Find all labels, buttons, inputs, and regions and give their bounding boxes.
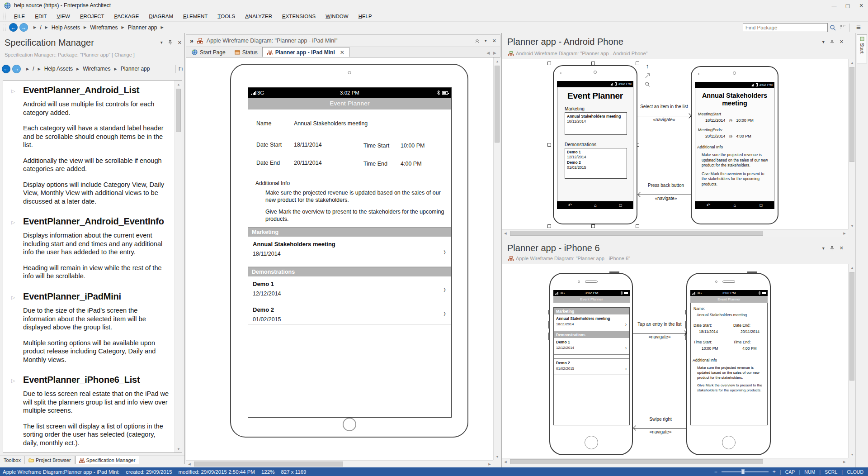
menu-diagram[interactable]: DIAGRAM (144, 12, 178, 20)
menu-tools[interactable]: TOOLS (212, 12, 240, 20)
expand-arrow-icon[interactable]: ▷ (11, 219, 15, 225)
scroll-left-icon[interactable]: ◀ (502, 458, 509, 466)
scroll-right-icon[interactable]: ▶ (486, 461, 493, 468)
diagram-canvas[interactable]: 3G 3:02 PM Event Planner Name Annual Sta… (186, 57, 493, 460)
list-item[interactable]: Demo 2 01/02/2015 › (554, 358, 629, 375)
expand-arrow-icon[interactable]: ▷ (11, 295, 15, 300)
diagram-horizontal-scrollbar[interactable]: ◀ ▶ (186, 460, 493, 467)
list-item[interactable]: Demo 1 12/12/2014 › (554, 338, 629, 355)
connector-label[interactable]: Tap an entry in the list (631, 322, 688, 327)
forward-button[interactable]: → (19, 23, 28, 32)
selection-handle[interactable] (547, 62, 551, 65)
move-up-icon[interactable]: ↑ (646, 62, 649, 70)
scroll-up-icon[interactable]: ▲ (494, 57, 501, 65)
breadcrumb-planner-app[interactable]: Planner app (121, 66, 150, 72)
navigate-connector[interactable] (638, 195, 691, 195)
zoom-icon[interactable] (645, 81, 650, 87)
breadcrumb-planner-app[interactable]: Planner app (128, 24, 157, 31)
zoom-out-icon[interactable]: − (714, 469, 717, 475)
scroll-up-icon[interactable]: ▲ (849, 59, 856, 66)
selection-handle[interactable] (547, 143, 551, 147)
menu-edit[interactable]: EDIT (30, 12, 52, 20)
zoom-slider-knob[interactable] (741, 469, 745, 474)
dock-tab-specification-manager[interactable]: Specification Manager (75, 456, 140, 464)
iphone-info-phone-element[interactable]: 3G 3:02 PM Event Planner Name: Annual St… (686, 273, 771, 455)
back-button[interactable]: ← (9, 23, 18, 32)
close-panel-icon[interactable]: ✕ (840, 246, 844, 251)
selection-handle[interactable] (591, 224, 595, 228)
toggle-cloud[interactable]: CLOUD (847, 469, 863, 475)
menu-file[interactable]: FILE (9, 12, 30, 20)
panel-menu-icon[interactable]: ▾ (822, 40, 825, 44)
connector-label[interactable]: Select an item in the list (636, 104, 693, 109)
pin-icon[interactable] (168, 40, 172, 45)
expand-arrow-icon[interactable]: ▷ (11, 88, 15, 94)
connector-label[interactable]: Swipe right (632, 417, 689, 422)
spec-heading[interactable]: EventPlanner_iPadMini (23, 291, 170, 302)
breadcrumb-root[interactable]: / (33, 66, 34, 72)
close-diagram-icon[interactable]: ✕ (492, 38, 496, 43)
dock-tab-project-browser[interactable]: Project Browser (25, 456, 75, 464)
navigate-connector[interactable] (637, 116, 691, 116)
maximize-button[interactable]: ▢ (841, 0, 854, 11)
iphone-vertical-scrollbar[interactable]: ▲ ▼ (848, 264, 855, 458)
android-info-phone-element[interactable]: 3:02 PM Annual Stakeholders meeting Meet… (691, 66, 778, 224)
android-list-phone-element[interactable]: 3:02 PM Event Planner Marketing Annual S… (553, 65, 637, 224)
toggle-num[interactable]: NUM (804, 469, 815, 475)
spec-find-truncated[interactable]: Fir (175, 65, 183, 73)
menu-window[interactable]: WINDOW (321, 12, 353, 20)
toggle-caps[interactable]: CAP (785, 469, 795, 475)
scroll-down-icon[interactable]: ▼ (849, 222, 856, 229)
menu-project[interactable]: PROJECT (75, 12, 109, 20)
menu-extensions[interactable]: EXTENSIONS (277, 12, 321, 20)
panel-menu-icon[interactable]: ▾ (485, 38, 487, 43)
scroll-right-icon[interactable]: ▶ (841, 230, 848, 237)
tab-scroll-left-icon[interactable]: ◀ (486, 51, 490, 55)
dock-tab-toolbox[interactable]: Toolbox (0, 456, 25, 464)
menu-analyzer[interactable]: ANALYZER (240, 12, 277, 20)
iphone-diagram-canvas[interactable]: 3G 3:02 PM Event Planner Marketing Annua… (502, 264, 848, 458)
android-diagram-canvas[interactable]: ↑ 3:02 PM Event Planner Marketing Annual… (502, 59, 848, 229)
navigate-connector[interactable] (633, 333, 686, 333)
close-panel-icon[interactable]: ✕ (840, 39, 844, 44)
package-browse-icon[interactable] (838, 23, 848, 33)
tab-status[interactable]: Status (230, 47, 262, 57)
scroll-up-icon[interactable]: ▲ (175, 81, 182, 88)
scroll-down-icon[interactable]: ▼ (849, 451, 856, 458)
list-item[interactable]: Demo 2 01/02/2015 › (248, 302, 451, 324)
android-horizontal-scrollbar[interactable]: ◀ ▶ (502, 229, 848, 237)
back-button[interactable]: ← (2, 65, 10, 73)
quicklink-cursor-icon[interactable] (645, 73, 650, 78)
pin-icon[interactable] (830, 246, 834, 251)
tab-scroll-right-icon[interactable]: ▶ (493, 51, 496, 55)
selection-handle[interactable] (591, 62, 595, 65)
scrollbar-thumb[interactable] (194, 462, 343, 466)
close-button[interactable]: ✕ (854, 0, 868, 11)
spec-heading[interactable]: EventPlanner_Android_List (23, 85, 170, 95)
android-vertical-scrollbar[interactable]: ▲ ▼ (848, 59, 855, 229)
collapse-chevrons-icon[interactable]: » (190, 37, 193, 44)
diagram-vertical-scrollbar[interactable]: ▲ ▼ (493, 57, 500, 460)
forward-button[interactable]: → (12, 65, 21, 73)
scrollbar-thumb[interactable] (510, 231, 763, 236)
expand-arrow-icon[interactable]: ▷ (11, 378, 15, 384)
search-icon[interactable] (828, 23, 838, 33)
spec-heading[interactable]: EventPlanner_Android_EventInfo (23, 216, 170, 227)
menu-element[interactable]: ELEMENT (178, 12, 212, 20)
hamburger-menu-icon[interactable]: ≡ (852, 23, 865, 33)
docked-tab-start[interactable]: Start (857, 34, 867, 63)
scroll-up-icon[interactable]: ▲ (849, 264, 856, 271)
breadcrumb-wireframes[interactable]: Wireframes (90, 24, 118, 31)
iphone-horizontal-scrollbar[interactable]: ◀ ▶ (502, 458, 848, 465)
tab-planner-app-ipad-mini[interactable]: Planner app - iPad Mini ✕ (262, 47, 349, 57)
panel-menu-icon[interactable]: ▾ (822, 246, 825, 251)
scroll-left-icon[interactable]: ◀ (186, 461, 193, 468)
panel-menu-icon[interactable]: ▾ (160, 40, 163, 45)
breadcrumb-help-assets[interactable]: Help Assets (44, 66, 73, 72)
navigate-connector[interactable] (634, 428, 686, 428)
breadcrumb-wireframes[interactable]: Wireframes (83, 66, 110, 72)
ipad-wireframe-element[interactable]: 3G 3:02 PM Event Planner Name Annual Sta… (230, 64, 468, 438)
scrollbar-thumb[interactable] (495, 66, 500, 143)
selection-handle[interactable] (636, 62, 639, 65)
zoom-slider[interactable] (722, 471, 769, 472)
